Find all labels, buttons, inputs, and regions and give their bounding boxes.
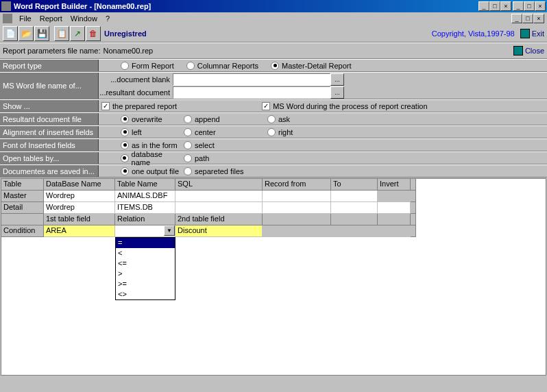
radio-master-detail[interactable]: Master-Detail Report bbox=[271, 62, 351, 70]
label-font: Font of Inserted fields bbox=[0, 139, 99, 151]
menu-file[interactable]: File bbox=[15, 14, 36, 23]
mdi-close-button[interactable]: × bbox=[500, 1, 511, 11]
check-msword-during[interactable]: ✓MS Word during the process of report cr… bbox=[262, 102, 427, 110]
copyright-label: Copyright, Vista,1997-98 bbox=[432, 29, 515, 38]
grid-header[interactable]: Relation bbox=[115, 214, 175, 225]
toolbar: 📄 📂 💾 📋 ↗ 🗑 Unregistred Copyright, Vista… bbox=[0, 25, 547, 42]
close-button[interactable]: × bbox=[535, 1, 546, 11]
mdi-max-button[interactable]: □ bbox=[489, 1, 500, 11]
grid-header[interactable]: To bbox=[331, 179, 378, 191]
grid-header[interactable]: Record from bbox=[263, 179, 331, 191]
grid-header[interactable]: Table bbox=[1, 179, 44, 191]
radio-left[interactable]: left bbox=[121, 128, 181, 136]
label-filename: MS Word file name of... bbox=[0, 73, 99, 99]
grid-cell-relation-combo[interactable]: ▼ bbox=[115, 225, 175, 237]
close-panel-label: Close bbox=[525, 47, 544, 55]
grid-cell[interactable]: Wordrep bbox=[44, 191, 115, 202]
grid-cell[interactable] bbox=[331, 191, 378, 202]
menu-mdi-buttons: _ □ × bbox=[511, 14, 544, 23]
grid-header[interactable]: 2nd table field bbox=[175, 214, 263, 225]
label-alignment: Alignment of inserted fields bbox=[0, 126, 99, 138]
grid-row-label: Detail bbox=[1, 202, 44, 214]
radio-select[interactable]: select bbox=[184, 141, 215, 149]
data-grid[interactable]: Table DataBase Name Table Name SQL Recor… bbox=[1, 179, 546, 237]
dropdown-item[interactable]: <> bbox=[116, 289, 175, 299]
grid-cell[interactable] bbox=[263, 202, 331, 214]
radio-separated[interactable]: separeted files bbox=[184, 167, 244, 175]
grid-header bbox=[331, 214, 378, 225]
dropdown-item[interactable]: <= bbox=[116, 258, 175, 269]
radio-path[interactable]: path bbox=[184, 154, 209, 162]
dropdown-item[interactable]: >= bbox=[116, 279, 175, 289]
radio-columnar-reports[interactable]: Columnar Reports bbox=[186, 62, 258, 70]
radio-database-name[interactable]: database name bbox=[121, 150, 181, 167]
row-resultant: Resultant document file overwrite append… bbox=[0, 112, 547, 125]
save-button[interactable]: 💾 bbox=[34, 26, 49, 41]
menu-window[interactable]: Window bbox=[66, 14, 101, 23]
close-panel-button[interactable]: Close bbox=[513, 46, 544, 56]
check-prepared-report[interactable]: ✓the prepared report bbox=[101, 102, 177, 110]
grid-header[interactable]: Invert bbox=[378, 179, 411, 191]
mdi-min-button[interactable]: _ bbox=[478, 1, 489, 11]
maximize-button[interactable]: □ bbox=[524, 1, 535, 11]
label-open-tables: Open tables by... bbox=[0, 152, 99, 164]
relation-dropdown[interactable]: = < <= > >= <> bbox=[115, 237, 175, 300]
grid-cell-1st-field[interactable]: AREA bbox=[44, 225, 115, 237]
label-docs-saved: Documentes are saved in... bbox=[0, 165, 99, 177]
browse-doc-blank-button[interactable]: ... bbox=[330, 73, 344, 86]
grid-cell[interactable] bbox=[175, 191, 263, 202]
grid-spacer bbox=[411, 225, 416, 237]
radio-one-file[interactable]: one output file bbox=[121, 167, 181, 175]
new-button[interactable]: 📄 bbox=[3, 26, 18, 41]
grid-spacer bbox=[411, 202, 416, 214]
exit-button[interactable]: Exit bbox=[520, 29, 544, 38]
menu-report[interactable]: Report bbox=[36, 14, 66, 23]
radio-as-in-form[interactable]: as in the form bbox=[121, 141, 181, 149]
delete-button[interactable]: 🗑 bbox=[86, 26, 101, 41]
unregistered-label: Unregistred bbox=[104, 29, 147, 38]
input-doc-blank[interactable] bbox=[173, 73, 330, 86]
radio-overwrite[interactable]: overwrite bbox=[121, 115, 181, 123]
radio-append[interactable]: append bbox=[184, 115, 265, 123]
grid-header[interactable]: Table Name bbox=[115, 179, 175, 191]
grid-panel: Table DataBase Name Table Name SQL Recor… bbox=[1, 178, 546, 376]
input-resultant-doc[interactable] bbox=[173, 86, 330, 99]
label-resultant-doc: ...resultant document bbox=[99, 88, 173, 97]
run-button[interactable]: 📋 bbox=[54, 26, 69, 41]
radio-center[interactable]: center bbox=[184, 128, 265, 136]
browse-resultant-doc-button[interactable]: ... bbox=[330, 86, 344, 99]
label-report-type: Report type bbox=[0, 60, 99, 71]
grid-cell[interactable]: ITEMS.DB bbox=[115, 202, 175, 214]
grid-cell[interactable] bbox=[378, 202, 411, 214]
radio-right[interactable]: right bbox=[267, 128, 293, 136]
grid-header[interactable]: DataBase Name bbox=[44, 179, 115, 191]
grid-cell-2nd-field[interactable]: Discount bbox=[175, 225, 263, 237]
grid-spacer bbox=[411, 214, 416, 225]
mdi-max2-button[interactable]: □ bbox=[522, 14, 533, 23]
combo-dropdown-button[interactable]: ▼ bbox=[164, 225, 175, 236]
dropdown-item[interactable]: < bbox=[116, 248, 175, 258]
mdi-min2-button[interactable]: _ bbox=[511, 14, 522, 23]
row-open-tables: Open tables by... database name path bbox=[0, 151, 547, 164]
grid-cell bbox=[263, 225, 331, 237]
menubar: File Report Window ? _ □ × bbox=[0, 12, 547, 25]
grid-cell[interactable]: ANIMALS.DBF bbox=[115, 191, 175, 202]
menu-sys-icon[interactable] bbox=[3, 14, 12, 23]
label-resultant: Resultant document file bbox=[0, 113, 99, 125]
grid-header[interactable]: SQL bbox=[175, 179, 263, 191]
radio-ask[interactable]: ask bbox=[267, 115, 290, 123]
radio-form-report[interactable]: Form Report bbox=[121, 62, 174, 70]
grid-header[interactable]: 1st table field bbox=[44, 214, 115, 225]
export-button[interactable]: ↗ bbox=[70, 26, 85, 41]
grid-cell[interactable] bbox=[175, 202, 263, 214]
mdi-close2-button[interactable]: × bbox=[533, 14, 544, 23]
dropdown-item[interactable]: = bbox=[116, 238, 175, 248]
grid-cell bbox=[378, 225, 411, 237]
grid-cell[interactable] bbox=[263, 191, 331, 202]
dropdown-item[interactable]: > bbox=[116, 269, 175, 279]
menu-help[interactable]: ? bbox=[101, 14, 114, 23]
grid-cell[interactable] bbox=[331, 202, 378, 214]
grid-cell[interactable]: Wordrep bbox=[44, 202, 115, 214]
minimize-button[interactable]: _ bbox=[513, 1, 524, 11]
open-button[interactable]: 📂 bbox=[19, 26, 34, 41]
